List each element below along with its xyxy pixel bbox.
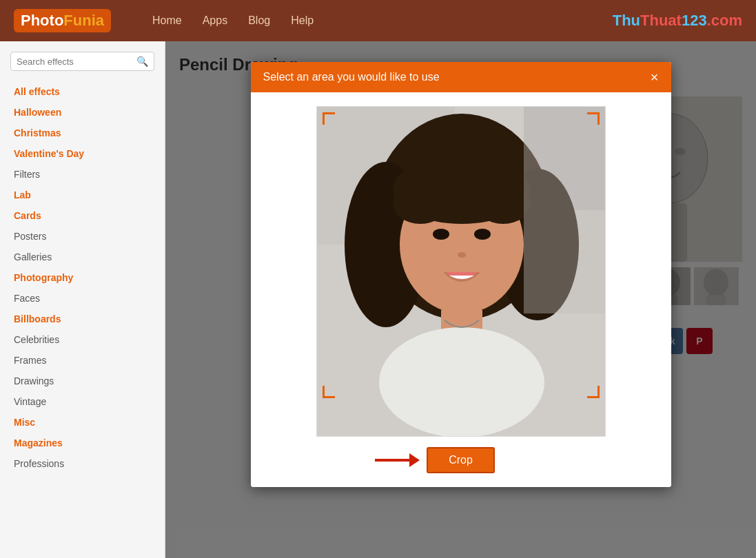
crop-button[interactable]: Crop bbox=[427, 447, 495, 473]
crop-handle-bottomright[interactable] bbox=[587, 386, 600, 398]
sidebar-item-magazines[interactable]: Magazines bbox=[0, 433, 165, 453]
sidebar-item-filters[interactable]: Filters bbox=[0, 164, 165, 185]
crop-handle-topright[interactable] bbox=[587, 112, 600, 125]
logo-photo: Photo bbox=[21, 12, 63, 30]
crop-area[interactable] bbox=[316, 106, 606, 437]
svg-rect-29 bbox=[524, 107, 606, 313]
sidebar-item-vintage[interactable]: Vintage bbox=[0, 391, 165, 412]
search-icon: 🔍 bbox=[136, 56, 148, 67]
main-layout: 🔍 All effects Halloween Christmas Valent… bbox=[0, 41, 756, 558]
sidebar-item-lab[interactable]: Lab bbox=[0, 185, 165, 205]
watermark-com: .com bbox=[707, 12, 742, 29]
sidebar-item-frames[interactable]: Frames bbox=[0, 350, 165, 371]
svg-point-23 bbox=[458, 252, 466, 258]
nav-apps[interactable]: Apps bbox=[203, 14, 227, 27]
sidebar-item-valentines[interactable]: Valentine's Day bbox=[0, 143, 165, 164]
sidebar-item-celebrities[interactable]: Celebrities bbox=[0, 329, 165, 350]
logo: Photo Funia bbox=[14, 9, 111, 32]
modal-title: Select an area you would like to use bbox=[263, 71, 440, 83]
modal-header: Select an area you would like to use × bbox=[251, 62, 671, 92]
sidebar-item-billboards[interactable]: Billboards bbox=[0, 309, 165, 329]
svg-point-21 bbox=[433, 229, 449, 240]
crop-image bbox=[317, 107, 606, 437]
header: Photo Funia Home Apps Blog Help ThuThuat… bbox=[0, 0, 756, 41]
crop-modal: Select an area you would like to use × bbox=[251, 62, 671, 487]
sidebar-item-professions[interactable]: Professions bbox=[0, 453, 165, 474]
sidebar-item-christmas[interactable]: Christmas bbox=[0, 123, 165, 143]
svg-point-27 bbox=[393, 183, 448, 224]
sidebar-item-faces[interactable]: Faces bbox=[0, 288, 165, 309]
modal-body: Crop bbox=[251, 92, 671, 487]
sidebar-item-photography[interactable]: Photography bbox=[0, 267, 165, 288]
crop-handle-bottomleft[interactable] bbox=[323, 386, 335, 398]
nav-blog[interactable]: Blog bbox=[248, 14, 270, 27]
svg-marker-31 bbox=[409, 453, 420, 467]
nav-home[interactable]: Home bbox=[152, 14, 182, 27]
sidebar-item-cards[interactable]: Cards bbox=[0, 205, 165, 226]
sidebar-item-all-effects[interactable]: All effects bbox=[0, 81, 165, 102]
modal-overlay: Select an area you would like to use × bbox=[165, 41, 756, 558]
logo-box[interactable]: Photo Funia bbox=[14, 9, 111, 32]
nav-help[interactable]: Help bbox=[291, 14, 314, 27]
sidebar: 🔍 All effects Halloween Christmas Valent… bbox=[0, 41, 165, 558]
sidebar-item-drawings[interactable]: Drawings bbox=[0, 371, 165, 391]
svg-point-28 bbox=[476, 183, 531, 224]
arrow-indicator bbox=[371, 446, 420, 474]
search-input[interactable] bbox=[17, 56, 136, 67]
main-nav: Home Apps Blog Help bbox=[152, 14, 314, 27]
watermark-123: 123 bbox=[682, 12, 707, 29]
sidebar-item-posters[interactable]: Posters bbox=[0, 226, 165, 247]
svg-point-25 bbox=[379, 327, 544, 437]
search-box[interactable]: 🔍 bbox=[10, 52, 154, 71]
crop-button-row: Crop bbox=[427, 447, 495, 473]
modal-close-button[interactable]: × bbox=[651, 70, 659, 84]
sidebar-item-galleries[interactable]: Galleries bbox=[0, 247, 165, 267]
sidebar-item-halloween[interactable]: Halloween bbox=[0, 102, 165, 123]
watermark-thuat: Thuat bbox=[640, 12, 682, 29]
svg-point-22 bbox=[474, 229, 491, 240]
logo-funia: Funia bbox=[63, 12, 104, 30]
watermark-thu: Thu bbox=[613, 12, 640, 29]
watermark: ThuThuat123.com bbox=[613, 12, 742, 30]
content-area: Pencil Drawing bbox=[165, 41, 756, 558]
crop-handle-topleft[interactable] bbox=[323, 112, 335, 125]
sidebar-item-misc[interactable]: Misc bbox=[0, 412, 165, 433]
